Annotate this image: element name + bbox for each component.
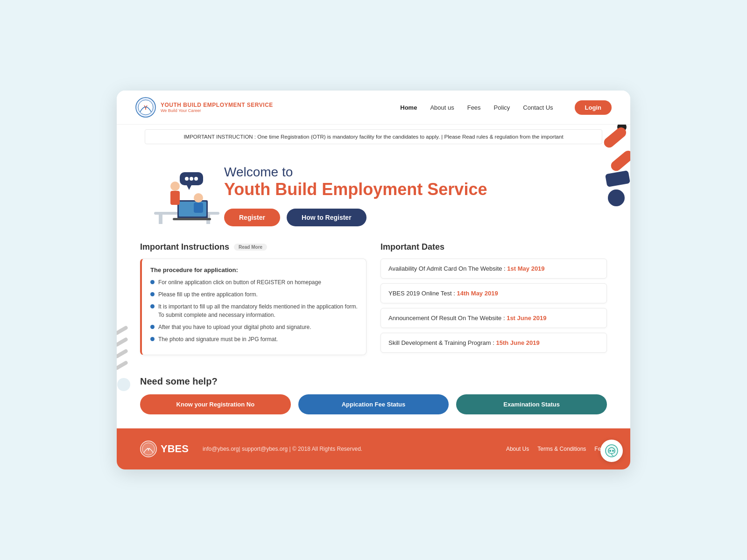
instruction-item-3: It is important to fill up all the manda… xyxy=(150,302,358,319)
logo-text-block: YOUTH BUILD EMPLOYMENT SERVICE We Build … xyxy=(161,102,273,113)
chatbot-fab[interactable] xyxy=(600,440,623,462)
hero-welcome: Welcome to xyxy=(224,165,602,180)
logo-title: YOUTH BUILD EMPLOYMENT SERVICE xyxy=(161,102,273,108)
dates-column: Important Dates Availability Of Admit Ca… xyxy=(381,242,607,357)
bullet-dot xyxy=(150,325,155,329)
nav-fees[interactable]: Fees xyxy=(467,104,481,111)
chatbot-icon xyxy=(605,444,618,457)
svg-point-31 xyxy=(606,445,618,457)
svg-point-19 xyxy=(194,193,203,203)
footer-link-terms[interactable]: Terms & Conditions xyxy=(537,446,586,452)
hero-section: Welcome to Youth Build Employment Servic… xyxy=(117,149,630,238)
instructions-box: The procedure for application: For onlin… xyxy=(140,259,366,355)
footer-info: info@ybes.org| support@ybes.org | © 2018… xyxy=(203,446,492,452)
svg-marker-24 xyxy=(187,185,191,190)
hero-text: Welcome to Youth Build Employment Servic… xyxy=(224,165,602,226)
svg-text:Y: Y xyxy=(147,447,150,452)
instruction-item-4: After that you have to upload your digit… xyxy=(150,323,358,331)
instruction-item-1: For online application click on button o… xyxy=(150,278,358,287)
svg-text:Y: Y xyxy=(144,105,148,111)
svg-point-21 xyxy=(170,182,180,191)
bullet-dot xyxy=(150,304,155,308)
announcement-bar: IMPORTANT INSTRUCTION : One time Registr… xyxy=(145,129,602,144)
svg-rect-20 xyxy=(194,203,203,213)
help-section: Need some help? Know your Registration N… xyxy=(117,371,630,428)
content-section: Important Instructions Read More The pro… xyxy=(117,238,630,371)
logo-icon: Y xyxy=(135,97,156,118)
svg-rect-14 xyxy=(159,215,162,224)
svg-point-26 xyxy=(190,177,193,181)
logo-area: Y YOUTH BUILD EMPLOYMENT SERVICE We Buil… xyxy=(135,97,400,118)
examination-status-button[interactable]: Examination Status xyxy=(456,394,607,414)
footer-logo-icon: Y xyxy=(140,441,157,457)
footer-logo-text: YBES xyxy=(161,443,189,455)
navbar: Y YOUTH BUILD EMPLOYMENT SERVICE We Buil… xyxy=(117,91,630,125)
footer-logo: Y YBES xyxy=(140,441,189,457)
nav-about[interactable]: About us xyxy=(430,104,454,111)
svg-point-32 xyxy=(609,450,611,452)
announcement-wrapper: IMPORTANT INSTRUCTION : One time Registr… xyxy=(117,125,630,149)
footer: Y YBES info@ybes.org| support@ybes.org |… xyxy=(117,428,630,469)
date-card-2: YBES 2019 Online Test : 14th May 2019 xyxy=(381,283,607,303)
dates-title: Important Dates xyxy=(381,242,607,252)
procedure-title: The procedure for application: xyxy=(150,266,358,273)
register-button[interactable]: Register xyxy=(224,209,280,226)
hero-title: Youth Build Employment Service xyxy=(224,180,602,199)
svg-point-25 xyxy=(185,177,189,181)
date-card-3: Announcement Of Result On The Website : … xyxy=(381,308,607,328)
instruction-item-2: Please fill up the entire application fo… xyxy=(150,290,358,299)
logo-subtitle: We Build Your Career xyxy=(161,108,273,113)
bullet-dot xyxy=(150,292,155,296)
date-card-4: Skill Development & Training Program : 1… xyxy=(381,333,607,353)
how-to-register-button[interactable]: How to Register xyxy=(287,209,366,226)
footer-link-about[interactable]: About Us xyxy=(506,446,529,452)
nav-policy[interactable]: Policy xyxy=(494,104,510,111)
svg-point-27 xyxy=(194,177,198,181)
hero-buttons: Register How to Register xyxy=(224,209,602,226)
bullet-dot xyxy=(150,280,155,284)
hero-illustration xyxy=(145,163,224,228)
instructions-column: Important Instructions Read More The pro… xyxy=(140,242,366,357)
svg-rect-18 xyxy=(173,218,211,220)
know-registration-button[interactable]: Know your Registration No xyxy=(140,394,291,414)
nav-links: Home About us Fees Policy Contact Us Log… xyxy=(400,100,612,115)
svg-point-33 xyxy=(612,450,614,452)
footer-links: About Us Terms & Conditions Fees xyxy=(506,446,607,452)
instruction-item-5: The photo and signature must be in JPG f… xyxy=(150,335,358,343)
instructions-title: Important Instructions Read More xyxy=(140,242,366,252)
nav-home[interactable]: Home xyxy=(400,104,417,111)
login-button[interactable]: Login xyxy=(575,100,612,115)
help-buttons: Know your Registration No Appication Fee… xyxy=(140,394,607,414)
read-more-badge[interactable]: Read More xyxy=(234,244,267,251)
nav-contact[interactable]: Contact Us xyxy=(523,104,553,111)
help-title: Need some help? xyxy=(140,376,607,387)
bullet-dot xyxy=(150,337,155,341)
application-fee-status-button[interactable]: Appication Fee Status xyxy=(298,394,449,414)
date-card-1: Availability Of Admit Card On The Websit… xyxy=(381,259,607,279)
svg-rect-22 xyxy=(170,191,180,205)
